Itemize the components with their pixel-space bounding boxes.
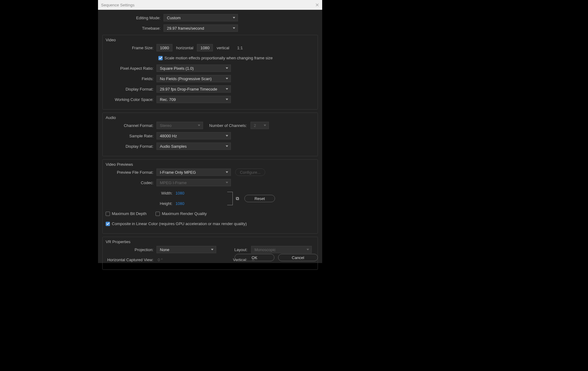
video-display-format-label: Display Format: <box>106 87 156 91</box>
preview-height-value[interactable]: 1080 <box>175 201 184 206</box>
timebase-dropdown[interactable]: 29.97 frames/second <box>164 24 238 32</box>
num-channels-dropdown: 2 <box>251 122 269 129</box>
preview-width-value[interactable]: 1080 <box>175 191 184 195</box>
previews-section: Video Previews Preview File Format: I-Fr… <box>102 159 318 234</box>
video-display-format-dropdown[interactable]: 29.97 fps Drop-Frame Timecode <box>156 85 231 93</box>
link-bracket-icon <box>227 192 233 205</box>
par-dropdown[interactable]: Square Pixels (1.0) <box>156 65 231 72</box>
channel-format-label: Channel Format: <box>106 123 156 128</box>
codec-dropdown: MPEG I-Frame <box>156 179 231 186</box>
composite-linear-label[interactable]: Composite in Linear Color (requires GPU … <box>112 221 247 226</box>
scale-motion-label[interactable]: Scale motion effects proportionally when… <box>164 56 273 60</box>
dialog-title: Sequence Settings <box>101 3 134 7</box>
fields-dropdown[interactable]: No Fields (Progressive Scan) <box>156 75 231 82</box>
previews-section-title: Video Previews <box>106 162 315 167</box>
max-render-quality-label[interactable]: Maximum Render Quality <box>162 211 207 216</box>
codec-label: Codec: <box>106 180 156 185</box>
scale-motion-checkbox[interactable] <box>158 56 163 60</box>
vr-section-title: VR Properties <box>106 239 315 244</box>
preview-format-dropdown[interactable]: I-Frame Only MPEG <box>156 169 231 176</box>
projection-dropdown[interactable]: None <box>156 246 216 253</box>
footer: OK Cancel <box>235 254 318 261</box>
cancel-button[interactable]: Cancel <box>278 254 318 261</box>
vertical-label: vertical <box>217 46 229 50</box>
hcv-value: 0 ° <box>158 258 216 262</box>
video-section: Video Frame Size: horizontal vertical 1:… <box>102 35 318 109</box>
composite-linear-checkbox[interactable] <box>106 222 110 226</box>
horizontal-label: horizontal <box>176 46 193 50</box>
projection-label: Projection: <box>106 247 156 252</box>
sample-rate-dropdown[interactable]: 48000 Hz <box>156 132 231 139</box>
frame-size-label: Frame Size: <box>106 46 156 50</box>
sample-rate-label: Sample Rate: <box>106 134 156 138</box>
editing-mode-label: Editing Mode: <box>102 16 164 20</box>
fields-label: Fields: <box>106 76 156 81</box>
audio-section: Audio Channel Format: Stereo Number of C… <box>102 113 318 156</box>
timebase-label: Timebase: <box>102 26 164 31</box>
ok-button[interactable]: OK <box>235 254 274 261</box>
configure-button: Configure... <box>235 169 265 176</box>
channel-format-dropdown: Stereo <box>156 122 203 129</box>
layout-dropdown: Monoscopic <box>251 246 312 253</box>
max-bit-depth-checkbox[interactable] <box>106 212 110 216</box>
frame-width-input[interactable] <box>156 44 172 51</box>
preview-width-label: Width: <box>156 191 172 195</box>
hcv-label: Horizontal Captured View: <box>106 258 156 262</box>
preview-height-label: Height: <box>156 201 172 206</box>
vr-section: VR Properties Projection: None Layout: M… <box>102 237 318 270</box>
max-bit-depth-label[interactable]: Maximum Bit Depth <box>112 211 146 216</box>
audio-display-format-dropdown[interactable]: Audio Samples <box>156 143 231 150</box>
frame-height-input[interactable] <box>197 44 213 51</box>
max-render-quality-checkbox[interactable] <box>156 212 160 216</box>
color-space-dropdown[interactable]: Rec. 709 <box>156 96 231 103</box>
content-area: Editing Mode: Custom Timebase: 29.97 fra… <box>98 10 322 270</box>
layout-label: Layout: <box>220 247 247 252</box>
color-space-label: Working Color Space: <box>106 97 156 102</box>
audio-section-title: Audio <box>106 115 315 120</box>
reset-button[interactable]: Reset <box>244 195 275 202</box>
link-icon[interactable]: ⧉ <box>235 196 240 201</box>
num-channels-label: Number of Channels: <box>209 123 247 128</box>
sequence-settings-dialog: Sequence Settings ✕ Editing Mode: Custom… <box>98 0 322 263</box>
video-section-title: Video <box>106 38 315 42</box>
editing-mode-dropdown[interactable]: Custom <box>164 14 238 21</box>
close-icon[interactable]: ✕ <box>315 2 319 8</box>
audio-display-format-label: Display Format: <box>106 144 156 149</box>
aspect-ratio-display: 1:1 <box>237 46 243 50</box>
preview-format-label: Preview File Format: <box>106 170 156 175</box>
titlebar: Sequence Settings ✕ <box>98 0 322 10</box>
par-label: Pixel Aspect Ratio: <box>106 66 156 71</box>
